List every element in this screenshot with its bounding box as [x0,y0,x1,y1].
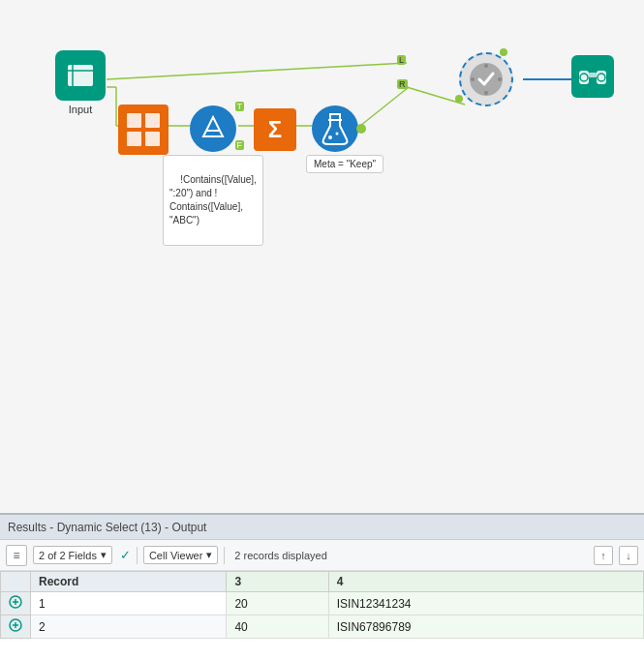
col-header-3: 3 [227,572,328,592]
cell-viewer-dropdown[interactable]: Cell Viewer ▾ [143,546,218,564]
cell-viewer-chevron-icon: ▾ [206,549,212,561]
fields-dropdown-label: 2 of 2 Fields [39,550,97,561]
dynamic-input-r [455,95,463,103]
toolbar-divider-1 [137,547,138,564]
svg-rect-32 [589,73,597,77]
row-1-col3: 20 [227,592,328,615]
svg-point-26 [484,64,488,68]
toolbar-lines-icon[interactable]: ≡ [6,545,27,566]
col-header-record: Record [31,572,227,592]
summarize-node-icon: Σ [254,108,296,151]
row-1-icon [1,592,31,615]
browse-node[interactable] [571,55,614,98]
svg-line-0 [107,63,407,79]
svg-rect-17 [127,132,141,146]
scroll-down-button[interactable]: ↓ [619,546,638,565]
results-header: Results - Dynamic Select (13) - Output [0,515,644,540]
records-displayed-text: 2 records displayed [234,550,326,561]
svg-rect-18 [145,132,160,146]
meta-label-box: Meta = "Keep" [306,155,383,173]
filter-node-icon [190,105,236,152]
filter-label-text: !Contains([Value], ":20") and ! Contains… [169,174,257,225]
chevron-down-icon: ▾ [101,549,107,561]
row-1-record: 1 [31,592,227,615]
dynamic-select-icon [459,52,513,106]
filter-true-label: T [235,102,245,111]
results-header-text: Results - Dynamic Select (13) - Output [8,521,206,534]
svg-point-23 [328,135,332,139]
row-2-col4: ISIN67896789 [328,615,643,639]
filter-label-box: !Contains([Value], ":20") and ! Contains… [163,155,263,246]
svg-line-6 [360,87,409,126]
browse-node-icon [571,55,614,98]
formula-output-dot [356,124,366,134]
scroll-up-button[interactable]: ↑ [594,546,613,565]
svg-point-24 [336,133,339,135]
row-2-record: 2 [31,615,227,639]
table-row[interactable]: 1 20 ISIN12341234 [1,592,644,615]
table-row[interactable]: 2 40 ISIN67896789 [1,615,644,639]
formula-node[interactable] [312,105,358,152]
row-2-col3: 40 [227,615,328,639]
svg-point-28 [471,77,475,81]
toolbar-divider-2 [224,547,225,564]
row-2-icon [1,615,31,639]
input-node[interactable]: Input [55,50,106,115]
workflow-canvas: Input L R T F [0,0,644,513]
dynamic-input-l [500,48,507,56]
select-node[interactable] [118,105,169,155]
cell-viewer-label: Cell Viewer [149,550,202,561]
results-toolbar: ≡ 2 of 2 Fields ▾ ✓ Cell Viewer ▾ 2 reco… [0,540,644,571]
dynamic-select-node[interactable] [459,52,513,106]
formula-node-icon [312,105,358,152]
svg-point-29 [498,77,502,81]
select-node-icon [118,105,169,155]
results-panel: Results - Dynamic Select (13) - Output ≡… [0,513,644,660]
col-header-4: 4 [328,572,643,592]
col-header-icon [1,572,31,592]
connector-label-l: L [397,55,406,65]
svg-rect-15 [127,113,141,128]
svg-point-27 [484,91,488,95]
summarize-node[interactable]: Σ [254,108,296,151]
svg-rect-11 [68,65,93,86]
svg-rect-16 [145,113,160,128]
filter-node[interactable]: T F [190,105,236,152]
row-1-col4: ISIN12341234 [328,592,643,615]
check-icon: ✓ [120,548,131,562]
filter-false-label: F [235,140,245,150]
meta-label-text: Meta = "Keep" [314,159,376,169]
fields-dropdown[interactable]: 2 of 2 Fields ▾ [33,546,112,564]
svg-point-25 [470,63,503,96]
input-node-icon [55,50,106,101]
input-node-label: Input [69,104,92,115]
results-table: Record 3 4 1 20 ISIN12341 [0,571,644,660]
connector-label-r: R [397,79,408,89]
